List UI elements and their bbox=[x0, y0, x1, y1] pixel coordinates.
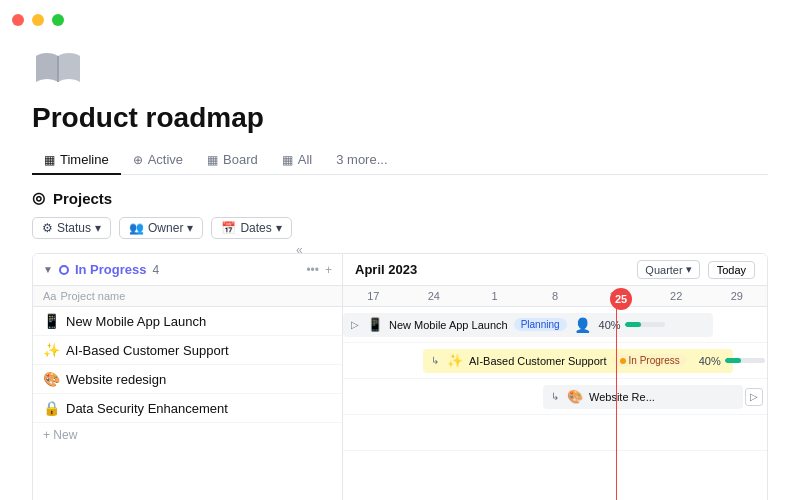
column-header: Aa Project name bbox=[33, 286, 342, 307]
date-24: 24 bbox=[404, 290, 465, 302]
today-line bbox=[616, 307, 617, 500]
titlebar bbox=[0, 0, 800, 40]
progress-track-2 bbox=[725, 358, 765, 363]
owner-icon: 👥 bbox=[129, 221, 144, 235]
chevron-down-icon: ▾ bbox=[276, 221, 282, 235]
progress-fill-1 bbox=[625, 322, 641, 327]
project-name-4: Data Security Enhancement bbox=[66, 401, 228, 416]
project-name-1: New Mobile App Launch bbox=[66, 314, 206, 329]
tab-active[interactable]: ⊕ Active bbox=[121, 146, 195, 175]
expand-button[interactable]: ▷ bbox=[745, 388, 763, 406]
project-row[interactable]: 🔒 Data Security Enhancement bbox=[33, 394, 342, 423]
date-8: 8 bbox=[525, 290, 586, 302]
progress-fill-2 bbox=[725, 358, 741, 363]
bar-title-1: New Mobile App Launch bbox=[389, 319, 508, 331]
project-name-3: Website redesign bbox=[66, 372, 166, 387]
group-header: ▼ In Progress 4 ••• + « bbox=[33, 254, 342, 286]
expand-icon-3: ↳ bbox=[551, 391, 559, 402]
expand-icon-2: ↳ bbox=[431, 355, 439, 366]
right-panel: April 2023 Quarter ▾ Today 17 24 1 8 15 … bbox=[343, 254, 767, 500]
date-17: 17 bbox=[343, 290, 404, 302]
timeline-row-4 bbox=[343, 415, 767, 451]
project-icon-1: 📱 bbox=[43, 313, 60, 329]
filter-dates[interactable]: 📅 Dates ▾ bbox=[211, 217, 291, 239]
bar-icon-1: 📱 bbox=[367, 317, 383, 332]
traffic-light-yellow[interactable] bbox=[32, 14, 44, 26]
project-row[interactable]: 🎨 Website redesign bbox=[33, 365, 342, 394]
project-icon-2: ✨ bbox=[43, 342, 60, 358]
ellipsis-icon[interactable]: ••• bbox=[306, 263, 319, 277]
filter-status[interactable]: ⚙ Status ▾ bbox=[32, 217, 111, 239]
group-count: 4 bbox=[152, 263, 159, 277]
chevron-down-icon: ▾ bbox=[95, 221, 101, 235]
page-title: Product roadmap bbox=[32, 102, 768, 134]
collapse-button[interactable]: « bbox=[296, 253, 303, 257]
active-icon: ⊕ bbox=[133, 153, 143, 167]
tab-all[interactable]: ▦ All bbox=[270, 146, 324, 175]
add-icon[interactable]: + bbox=[325, 263, 332, 277]
timeline-controls: Quarter ▾ Today bbox=[637, 260, 755, 279]
date-1: 1 bbox=[464, 290, 525, 302]
tab-board[interactable]: ▦ Board bbox=[195, 146, 270, 175]
col-label: Project name bbox=[60, 290, 125, 302]
date-29: 29 bbox=[706, 290, 767, 302]
add-row[interactable]: + New bbox=[33, 423, 342, 447]
add-label: + New bbox=[43, 428, 77, 442]
today-marker: 25 bbox=[610, 288, 632, 310]
timeline-bar-1: ▷ 📱 New Mobile App Launch Planning 👤 40% bbox=[343, 313, 713, 337]
project-row[interactable]: 📱 New Mobile App Launch bbox=[33, 307, 342, 336]
date-22: 22 bbox=[646, 290, 707, 302]
chevron-down-icon: ▾ bbox=[686, 263, 692, 276]
planning-badge: Planning bbox=[514, 318, 567, 331]
traffic-light-red[interactable] bbox=[12, 14, 24, 26]
progress-wrap-1: 40% bbox=[599, 319, 665, 331]
timeline-row-1[interactable]: ▷ 📱 New Mobile App Launch Planning 👤 40% bbox=[343, 307, 767, 343]
col-type-icon: Aa bbox=[43, 290, 56, 302]
timeline-month: April 2023 bbox=[355, 262, 629, 277]
timeline-row-2[interactable]: ↳ ✨ AI-Based Customer Support In Progres… bbox=[343, 343, 767, 379]
bar-icon-2: ✨ bbox=[447, 353, 463, 368]
timeline-header: April 2023 Quarter ▾ Today bbox=[343, 254, 767, 286]
progress-wrap-2: 40% bbox=[699, 355, 765, 367]
bar-title-3: Website Re... bbox=[589, 391, 655, 403]
group-actions[interactable]: ••• + bbox=[306, 263, 332, 277]
group-label: In Progress bbox=[75, 262, 147, 277]
status-dot bbox=[59, 265, 69, 275]
chevron-down-icon: ▾ bbox=[187, 221, 193, 235]
dates-icon: 📅 bbox=[221, 221, 236, 235]
main-area: ▼ In Progress 4 ••• + « Aa Project name … bbox=[32, 253, 768, 500]
today-button[interactable]: Today bbox=[708, 261, 755, 279]
dates-row: 17 24 1 8 15 22 29 25 bbox=[343, 286, 767, 307]
quarter-selector[interactable]: Quarter ▾ bbox=[637, 260, 699, 279]
main-content: Product roadmap ▦ Timeline ⊕ Active ▦ Bo… bbox=[0, 48, 800, 500]
timeline-rows: ▷ 📱 New Mobile App Launch Planning 👤 40% bbox=[343, 307, 767, 500]
bar-icon-3: 🎨 bbox=[567, 389, 583, 404]
project-row[interactable]: ✨ AI-Based Customer Support bbox=[33, 336, 342, 365]
project-name-2: AI-Based Customer Support bbox=[66, 343, 229, 358]
traffic-light-green[interactable] bbox=[52, 14, 64, 26]
status-icon: ⚙ bbox=[42, 221, 53, 235]
bar-title-2: AI-Based Customer Support bbox=[469, 355, 607, 367]
timeline-row-3[interactable]: ↳ 🎨 Website Re... ▷ bbox=[343, 379, 767, 415]
section-icon: ◎ bbox=[32, 189, 45, 207]
tab-more[interactable]: 3 more... bbox=[324, 146, 399, 175]
book-icon bbox=[32, 48, 84, 88]
timeline-icon: ▦ bbox=[44, 153, 55, 167]
section-title: Projects bbox=[53, 190, 112, 207]
filter-bar: ⚙ Status ▾ 👥 Owner ▾ 📅 Dates ▾ bbox=[32, 217, 768, 239]
inprogress-badge: In Progress bbox=[613, 354, 687, 367]
timeline-bar-3: ↳ 🎨 Website Re... bbox=[543, 385, 743, 409]
project-icon-3: 🎨 bbox=[43, 371, 60, 387]
avatar-1: 👤 bbox=[573, 315, 593, 335]
progress-track-1 bbox=[625, 322, 665, 327]
all-icon: ▦ bbox=[282, 153, 293, 167]
badge-dot bbox=[620, 358, 626, 364]
filter-owner[interactable]: 👥 Owner ▾ bbox=[119, 217, 203, 239]
app-logo bbox=[32, 48, 768, 92]
left-panel: ▼ In Progress 4 ••• + « Aa Project name … bbox=[33, 254, 343, 500]
tab-bar: ▦ Timeline ⊕ Active ▦ Board ▦ All 3 more… bbox=[32, 146, 768, 175]
section-header: ◎ Projects bbox=[32, 189, 768, 207]
project-icon-4: 🔒 bbox=[43, 400, 60, 416]
collapse-arrow[interactable]: ▼ bbox=[43, 264, 53, 275]
tab-timeline[interactable]: ▦ Timeline bbox=[32, 146, 121, 175]
